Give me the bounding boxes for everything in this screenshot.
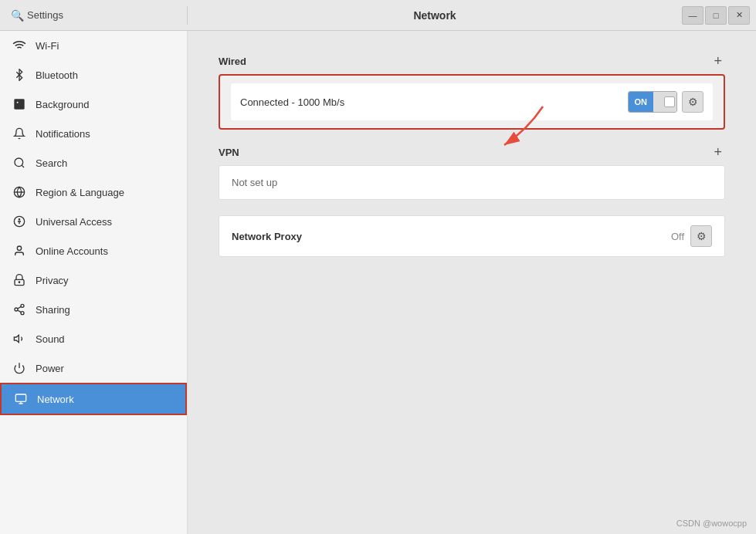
titlebar-search-area: 🔍 Settings — [0, 6, 188, 25]
svg-point-8 — [19, 219, 19, 220]
vpn-section-title: VPN — [219, 147, 239, 158]
vpn-not-set-row: Not set up — [219, 165, 725, 200]
svg-rect-19 — [15, 394, 25, 401]
proxy-row: Network Proxy Off ⚙ — [219, 215, 725, 257]
watermark: CSDN @wowocpp — [676, 519, 747, 528]
sidebar-item-sound[interactable]: Sound — [0, 324, 187, 353]
network-icon — [14, 392, 28, 406]
sidebar-item-region[interactable]: Region & Language — [0, 177, 187, 207]
wired-box: Connected - 1000 Mb/s ON ⚙ — [219, 74, 725, 130]
proxy-gear-button[interactable]: ⚙ — [690, 225, 712, 247]
sidebar-label-universal-access: Universal Access — [36, 216, 112, 228]
sidebar-item-online-accounts[interactable]: Online Accounts — [0, 236, 187, 265]
svg-rect-1 — [14, 99, 24, 109]
svg-line-4 — [22, 165, 24, 167]
proxy-section: Network Proxy Off ⚙ — [219, 215, 725, 257]
bluetooth-icon — [12, 68, 26, 82]
sidebar-item-wifi[interactable]: Wi-Fi — [0, 31, 187, 60]
svg-point-13 — [15, 308, 18, 311]
wired-status-label: Connected - 1000 Mb/s — [240, 96, 344, 108]
background-icon — [12, 97, 26, 111]
sidebar-label-sharing: Sharing — [36, 304, 70, 316]
sidebar-label-sound: Sound — [36, 333, 65, 345]
sound-icon — [12, 332, 26, 346]
sidebar-item-power[interactable]: Power — [0, 353, 187, 383]
notifications-icon — [12, 127, 26, 140]
proxy-controls: Off ⚙ — [671, 225, 712, 247]
titlebar: 🔍 Settings Network — □ ✕ — [0, 0, 756, 31]
minimize-button[interactable]: — — [682, 6, 703, 25]
wired-connection-row: Connected - 1000 Mb/s ON ⚙ — [231, 83, 713, 120]
sidebar-item-network[interactable]: Network — [0, 383, 187, 415]
svg-point-14 — [21, 312, 24, 315]
toggle-on-label[interactable]: ON — [629, 92, 654, 112]
sidebar-label-bluetooth: Bluetooth — [36, 69, 78, 81]
app-name: Settings — [27, 9, 63, 21]
sidebar-label-privacy: Privacy — [36, 275, 69, 286]
sidebar-item-search[interactable]: Search — [0, 148, 187, 177]
vpn-add-button[interactable]: + — [710, 145, 725, 159]
close-button[interactable]: ✕ — [728, 6, 750, 25]
toggle-knob — [664, 96, 675, 107]
sidebar-item-universal-access[interactable]: Universal Access — [0, 207, 187, 236]
window-controls: — □ ✕ — [682, 6, 756, 25]
sidebar-label-background: Background — [36, 99, 89, 110]
wired-gear-button[interactable]: ⚙ — [682, 91, 703, 113]
svg-point-2 — [17, 102, 19, 103]
sidebar-item-sharing[interactable]: Sharing — [0, 295, 187, 324]
toggle-track[interactable] — [653, 92, 676, 112]
wired-add-button[interactable]: + — [710, 54, 725, 68]
wifi-icon — [12, 39, 26, 52]
maximize-button[interactable]: □ — [705, 6, 727, 25]
sidebar-label-search: Search — [36, 157, 67, 169]
privacy-icon — [12, 273, 26, 287]
svg-point-9 — [17, 246, 21, 250]
svg-marker-17 — [14, 335, 19, 342]
sidebar-label-notifications: Notifications — [36, 128, 90, 140]
svg-line-16 — [18, 306, 22, 309]
svg-point-11 — [19, 282, 19, 282]
page-title: Network — [188, 9, 682, 22]
online-accounts-icon — [12, 244, 26, 258]
vpn-section: VPN + Not set up — [219, 145, 725, 200]
sidebar-label-region: Region & Language — [36, 187, 124, 198]
wired-toggle[interactable]: ON — [628, 91, 678, 113]
vpn-status-label: Not set up — [232, 177, 277, 188]
wired-section-header: Wired + — [219, 54, 725, 68]
wired-section-title: Wired — [219, 56, 246, 67]
sidebar-label-network: Network — [37, 394, 74, 405]
search-button[interactable]: 🔍 — [8, 6, 27, 25]
sidebar-item-notifications[interactable]: Notifications — [0, 119, 187, 148]
sidebar-item-bluetooth[interactable]: Bluetooth — [0, 60, 187, 90]
sidebar: Wi-Fi Bluetooth Background Notifications… — [0, 31, 188, 534]
svg-point-3 — [15, 158, 23, 167]
main-layout: Wi-Fi Bluetooth Background Notifications… — [0, 31, 756, 534]
content-area: Wired + Connected - 1000 Mb/s ON ⚙ — [188, 31, 756, 534]
sidebar-label-wifi: Wi-Fi — [36, 40, 59, 52]
region-icon — [12, 185, 26, 199]
wired-controls: ON ⚙ — [628, 91, 704, 113]
svg-line-15 — [18, 310, 22, 313]
svg-point-12 — [21, 304, 24, 307]
proxy-label: Network Proxy — [232, 231, 302, 242]
proxy-status: Off — [671, 231, 684, 242]
sidebar-item-background[interactable]: Background — [0, 90, 187, 119]
wired-section: Wired + Connected - 1000 Mb/s ON ⚙ — [219, 54, 725, 130]
sidebar-label-online-accounts: Online Accounts — [36, 245, 108, 257]
sidebar-label-power: Power — [36, 363, 64, 374]
search-icon — [12, 156, 26, 170]
power-icon — [12, 361, 26, 375]
universal-access-icon — [12, 215, 26, 228]
sharing-icon — [12, 302, 26, 316]
sidebar-item-privacy[interactable]: Privacy — [0, 265, 187, 295]
vpn-section-header: VPN + — [219, 145, 725, 159]
